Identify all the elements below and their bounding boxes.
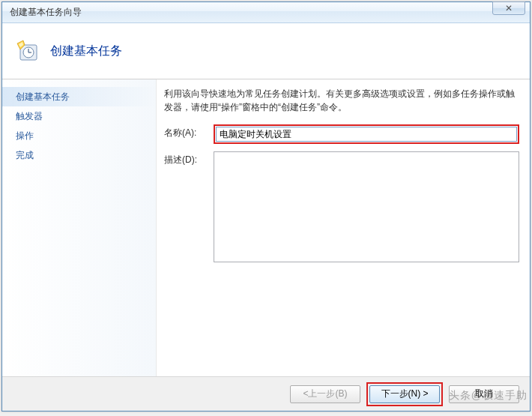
description-textarea[interactable] [214, 151, 519, 262]
wizard-window: 创建基本任务向导 ✕ 创建基本任务 创建基本任务 触发器 操作 完成 利用该向导… [1, 1, 531, 412]
wizard-header: 创建基本任务 [2, 23, 530, 79]
wizard-body: 创建基本任务 触发器 操作 完成 利用该向导快速地为常见任务创建计划。有关更多高… [2, 79, 530, 376]
next-button[interactable]: 下一步(N) > [369, 385, 440, 403]
cancel-button[interactable]: 取消 [449, 385, 519, 403]
name-input-highlight [214, 124, 519, 144]
sidebar-item-trigger[interactable]: 触发器 [2, 106, 156, 126]
wizard-footer: <上一步(B) 下一步(N) > 取消 [2, 376, 530, 411]
next-button-highlight: 下一步(N) > [366, 382, 443, 406]
titlebar: 创建基本任务向导 ✕ [2, 2, 530, 23]
window-title: 创建基本任务向导 [10, 6, 525, 19]
description-label: 描述(D): [164, 151, 214, 262]
close-button[interactable]: ✕ [492, 1, 525, 15]
name-row: 名称(A): [164, 124, 519, 144]
name-input[interactable] [216, 127, 517, 142]
task-scheduler-icon [16, 39, 40, 63]
instruction-text: 利用该向导快速地为常见任务创建计划。有关更多高级选项或设置，例如多任务操作或触发… [164, 87, 519, 114]
name-label: 名称(A): [164, 124, 214, 144]
sidebar-item-action[interactable]: 操作 [2, 126, 156, 145]
sidebar-item-finish[interactable]: 完成 [2, 145, 156, 165]
description-row: 描述(D): [164, 151, 519, 262]
wizard-content: 利用该向导快速地为常见任务创建计划。有关更多高级选项或设置，例如多任务操作或触发… [157, 79, 530, 376]
close-icon: ✕ [505, 3, 513, 13]
page-title: 创建基本任务 [50, 43, 122, 59]
wizard-sidebar: 创建基本任务 触发器 操作 完成 [2, 79, 157, 376]
sidebar-item-create-task[interactable]: 创建基本任务 [2, 87, 156, 106]
back-button[interactable]: <上一步(B) [290, 385, 360, 403]
